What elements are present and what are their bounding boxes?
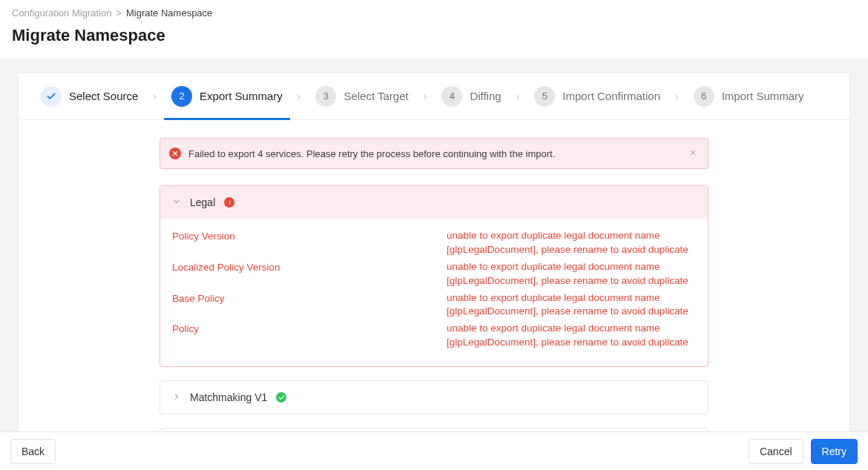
step-number-badge: 5 bbox=[534, 86, 555, 107]
step-import-summary[interactable]: 6 Import Summary bbox=[686, 73, 812, 119]
error-message: unable to export duplicate legal documen… bbox=[447, 260, 696, 288]
chevron-right-icon: › bbox=[293, 90, 306, 102]
breadcrumb-sep: > bbox=[116, 7, 122, 19]
chevron-right-icon: › bbox=[671, 90, 683, 102]
section-header[interactable]: Legal bbox=[160, 186, 708, 219]
section-matchmaking: Matchmaking V1 bbox=[160, 380, 708, 414]
step-label: Export Summary bbox=[200, 90, 283, 102]
error-row: Policy unable to export duplicate legal … bbox=[172, 322, 696, 350]
step-number-badge: 6 bbox=[694, 86, 714, 107]
breadcrumb-current: Migrate Namespace bbox=[126, 7, 212, 19]
check-icon bbox=[41, 86, 62, 107]
step-number-badge: 4 bbox=[441, 86, 462, 107]
step-export-summary[interactable]: 2 Export Summary bbox=[164, 73, 290, 119]
section-title: Legal bbox=[190, 196, 215, 208]
section-header[interactable]: Matchmaking V1 bbox=[160, 381, 708, 414]
step-label: Import Confirmation bbox=[562, 90, 660, 102]
error-icon bbox=[169, 148, 181, 159]
service-name: Policy Version bbox=[172, 229, 447, 242]
retry-button[interactable]: Retry bbox=[811, 439, 858, 464]
step-diffing[interactable]: 4 Diffing bbox=[434, 73, 508, 119]
error-row: Base Policy unable to export duplicate l… bbox=[172, 291, 696, 320]
breadcrumb-parent[interactable]: Configuration Migration bbox=[12, 7, 111, 19]
service-name: Policy bbox=[172, 322, 447, 334]
chevron-right-icon: › bbox=[512, 90, 525, 102]
step-number-badge: 2 bbox=[171, 86, 192, 107]
chevron-right-icon bbox=[172, 392, 181, 403]
service-name: Base Policy bbox=[172, 291, 447, 304]
step-label: Diffing bbox=[470, 90, 501, 102]
chevron-right-icon: › bbox=[148, 90, 161, 102]
cancel-button[interactable]: Cancel bbox=[749, 439, 803, 464]
error-status-icon bbox=[224, 197, 234, 208]
section-title: Matchmaking V1 bbox=[190, 391, 267, 403]
page-title: Migrate Namespace bbox=[12, 26, 856, 45]
step-number-badge: 3 bbox=[315, 86, 336, 107]
service-name: Localized Policy Version bbox=[172, 260, 447, 273]
error-row: Policy Version unable to export duplicat… bbox=[172, 229, 696, 257]
step-select-source[interactable]: Select Source bbox=[33, 73, 145, 119]
section-legal: Legal Policy Version unable to export du… bbox=[160, 185, 708, 367]
footer: Back Cancel Retry bbox=[0, 431, 868, 470]
breadcrumb: Configuration Migration > Migrate Namesp… bbox=[12, 7, 856, 19]
wizard-card: Select Source › 2 Export Summary › 3 Sel… bbox=[18, 72, 850, 431]
close-icon[interactable] bbox=[687, 146, 699, 161]
error-message: unable to export duplicate legal documen… bbox=[447, 291, 696, 320]
success-status-icon bbox=[276, 392, 286, 403]
error-message: unable to export duplicate legal documen… bbox=[447, 229, 696, 257]
step-label: Import Summary bbox=[722, 90, 804, 102]
error-message: unable to export duplicate legal documen… bbox=[447, 322, 696, 350]
chevron-right-icon: › bbox=[419, 90, 432, 102]
alert-text: Failed to export 4 services. Please retr… bbox=[188, 148, 680, 159]
step-label: Select Target bbox=[343, 90, 408, 102]
step-label: Select Source bbox=[69, 90, 138, 102]
stepper: Select Source › 2 Export Summary › 3 Sel… bbox=[19, 73, 849, 120]
step-select-target[interactable]: 3 Select Target bbox=[308, 73, 415, 119]
step-import-confirmation[interactable]: 5 Import Confirmation bbox=[527, 73, 668, 119]
error-row: Localized Policy Version unable to expor… bbox=[172, 260, 696, 288]
error-alert: Failed to export 4 services. Please retr… bbox=[160, 138, 708, 169]
back-button[interactable]: Back bbox=[10, 439, 56, 464]
chevron-down-icon bbox=[172, 197, 181, 208]
